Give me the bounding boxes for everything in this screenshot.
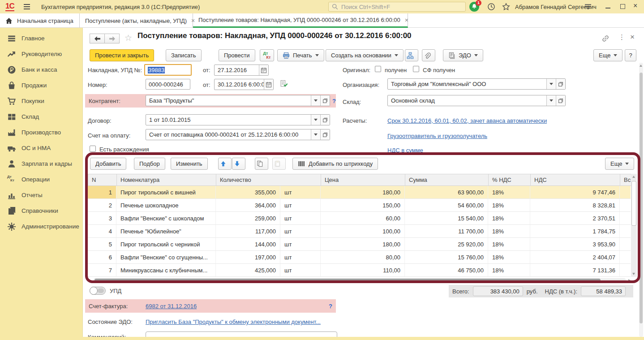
table-hscrollbar[interactable] (88, 278, 631, 283)
cell-vat-rate[interactable]: 18% (488, 264, 530, 276)
main-menu-icon[interactable] (23, 4, 30, 10)
cell-price[interactable]: 80,00 (321, 251, 405, 263)
col-total[interactable]: Вс (620, 174, 631, 185)
hscroll-thumb[interactable] (94, 279, 601, 282)
dropdown-button[interactable] (546, 95, 556, 106)
sidebar-item[interactable]: Склад (0, 109, 82, 125)
open-button[interactable] (556, 95, 565, 106)
cell-sum[interactable]: 46 750,00 (405, 264, 488, 276)
vscroll-thumb[interactable] (631, 181, 636, 226)
original-received-checkbox[interactable] (375, 66, 381, 72)
table-row[interactable]: 3Вафли "Венские" с шоколадом259,000шт60,… (88, 212, 631, 225)
add-row-button[interactable]: Добавить (90, 158, 126, 170)
notifications-icon[interactable]: 1 (469, 2, 479, 12)
cell-qty[interactable]: 197,000 (216, 251, 280, 263)
table-row[interactable]: 1Пирог тирольский с вишней355,000шт180,0… (88, 186, 631, 199)
table-row[interactable]: 6Вафли "Венские" со сгущенны...197,000шт… (88, 251, 631, 264)
cell-sum[interactable]: 15 760,00 (405, 251, 488, 263)
global-search-input[interactable]: Поиск Ctrl+Shift+F (328, 2, 466, 12)
sidebar-item[interactable]: ОС и НМА (0, 140, 82, 156)
sf-received-checkbox[interactable] (413, 66, 419, 72)
cell-name[interactable]: Вафли "Венские" с шоколадом (116, 212, 216, 224)
print-button[interactable]: Печать (277, 49, 324, 61)
cell-n[interactable]: 2 (88, 199, 116, 211)
invoice-fact-help[interactable]: ? (329, 303, 332, 310)
open-button[interactable] (320, 129, 330, 140)
table-row[interactable]: 2Печенье шоколадное364,000шт150,0054 600… (88, 199, 631, 212)
scroll-right-icon[interactable] (628, 279, 631, 282)
add-by-barcode-button[interactable]: Добавить по штрихкоду (292, 158, 378, 170)
cell-qty[interactable]: 259,000 (216, 212, 280, 224)
cell-name[interactable]: Миникруассаны с клубничным... (116, 264, 216, 276)
col-vat-rate[interactable]: % НДС (489, 174, 531, 185)
cell-price[interactable]: 110,00 (321, 264, 405, 276)
dropdown-button[interactable] (311, 115, 320, 125)
cell-sum[interactable]: 15 540,00 (405, 212, 488, 224)
cell-price[interactable]: 100,00 (321, 225, 405, 237)
document-check-icon[interactable] (280, 80, 288, 87)
edit-button[interactable]: Изменить (171, 158, 208, 170)
cell-unit[interactable]: шт (280, 186, 321, 198)
scroll-up-icon[interactable] (640, 65, 642, 67)
calendar-button[interactable] (259, 65, 268, 75)
organization-field[interactable]: Торговый дом "Комплексный" ООО (387, 78, 566, 90)
cell-vat[interactable]: 3 953,90 (530, 238, 620, 250)
cell-unit[interactable]: шт (280, 251, 321, 263)
table-row[interactable]: 5Пирог тирольский с черникой144,000шт180… (88, 238, 631, 251)
forward-button[interactable] (104, 34, 120, 43)
cell-vat[interactable]: 2 370,51 (530, 212, 620, 224)
sidebar-item[interactable]: Главное (0, 30, 82, 46)
service-menu-icon[interactable] (584, 4, 592, 10)
scroll-left-icon[interactable] (88, 279, 90, 282)
settlements-link[interactable]: Срок 30.12.2016, 60.01, 60.02, зачет ава… (387, 117, 547, 124)
cell-unit[interactable]: шт (280, 212, 321, 224)
cell-vat[interactable]: 1 784,75 (530, 225, 620, 237)
close-icon[interactable]: × (633, 2, 637, 10)
more-button[interactable]: Еще (593, 49, 623, 61)
cell-price[interactable]: 180,00 (321, 186, 405, 198)
cell-n[interactable]: 1 (88, 186, 116, 198)
calendar-button[interactable] (264, 79, 273, 90)
cell-n[interactable]: 5 (88, 238, 116, 250)
sidebar-item[interactable]: Отчеты (0, 187, 82, 203)
sidebar-item[interactable]: Банк и касса (0, 62, 82, 77)
pick-button[interactable]: Подбор (134, 158, 165, 170)
post-button[interactable]: Провести (219, 49, 255, 61)
back-button[interactable] (90, 34, 105, 43)
cell-n[interactable]: 6 (88, 251, 116, 263)
number-date-field[interactable]: 30.12.2016 6:00:00 (214, 79, 274, 90)
cell-vat-rate[interactable]: 18% (488, 251, 530, 263)
form-scrollbar[interactable] (639, 63, 643, 337)
dropdown-button[interactable] (311, 129, 320, 140)
cell-vat[interactable]: 9 747,46 (530, 186, 620, 198)
cell-total[interactable] (620, 225, 631, 237)
cell-total[interactable] (620, 238, 631, 250)
edo-state-link[interactable]: Пригласить База "Продукты" к обмену элек… (146, 318, 321, 325)
more-dots-icon[interactable]: ⋮ (618, 33, 625, 41)
table-more-button[interactable]: Еще (605, 158, 634, 170)
cell-sum[interactable]: 11 700,00 (405, 225, 488, 237)
form-scroll-thumb[interactable] (640, 73, 643, 323)
cell-unit[interactable]: шт (280, 264, 321, 276)
cell-vat-rate[interactable]: 18% (488, 199, 530, 211)
sidebar-item[interactable]: Зарплата и кадры (0, 156, 82, 172)
col-vat[interactable]: НДС (531, 174, 620, 185)
cell-price[interactable]: 180,00 (321, 238, 405, 250)
cell-name[interactable]: Печенье "Юбилейное" (116, 225, 216, 237)
dropdown-button[interactable] (311, 95, 320, 106)
cell-vat[interactable]: 2 404,07 (530, 251, 620, 263)
sidebar-item[interactable]: Производство (0, 125, 82, 140)
favorites-icon[interactable] (502, 3, 510, 11)
history-icon[interactable] (487, 3, 495, 11)
cell-vat-rate[interactable]: 18% (488, 212, 530, 224)
cell-vat[interactable]: 7 131,36 (530, 264, 620, 276)
sidebar-item[interactable]: Покупки (0, 93, 82, 109)
create-based-on-button[interactable]: Создать на основании (326, 49, 404, 61)
tab-close-icon[interactable]: × (405, 17, 408, 24)
vat-in-sum-link[interactable]: НДС в сумме (387, 147, 423, 154)
cell-n[interactable]: 3 (88, 212, 116, 224)
cell-unit[interactable]: шт (280, 238, 321, 250)
tab-receipt-doc[interactable]: Поступление товаров: Накладная, УПД 0000… (193, 13, 408, 28)
open-button[interactable] (320, 115, 330, 125)
cell-qty[interactable]: 364,000 (216, 199, 280, 211)
